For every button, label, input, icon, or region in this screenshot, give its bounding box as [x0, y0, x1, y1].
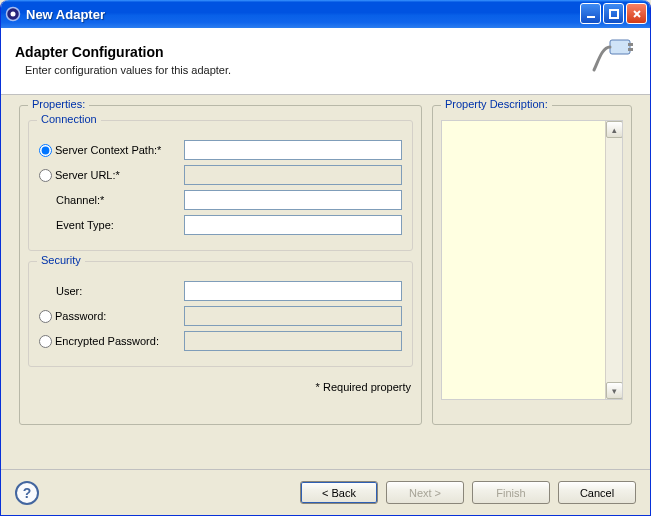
- connection-group: Connection Server Context Path:*: [28, 120, 413, 251]
- svg-rect-2: [587, 16, 595, 18]
- scrollbar[interactable]: ▴ ▾: [605, 121, 622, 399]
- event-type-input[interactable]: [184, 215, 402, 235]
- server-context-path-radio[interactable]: [39, 144, 52, 157]
- page-subtitle: Enter configuration values for this adap…: [25, 64, 231, 76]
- security-group: Security User: Password:: [28, 261, 413, 367]
- help-button[interactable]: ?: [15, 481, 39, 505]
- user-input[interactable]: [184, 281, 402, 301]
- event-type-label: Event Type:: [39, 219, 184, 231]
- maximize-button[interactable]: [603, 3, 624, 24]
- encrypted-password-input[interactable]: [184, 331, 402, 351]
- svg-rect-3: [610, 10, 618, 18]
- window-title: New Adapter: [26, 7, 105, 22]
- connection-legend: Connection: [37, 113, 101, 125]
- channel-input[interactable]: [184, 190, 402, 210]
- adapter-icon: [588, 36, 636, 84]
- titlebar: New Adapter: [1, 0, 650, 28]
- finish-button[interactable]: Finish: [472, 481, 550, 504]
- svg-rect-7: [628, 43, 633, 46]
- server-url-label[interactable]: Server URL:*: [39, 169, 184, 182]
- server-url-radio[interactable]: [39, 169, 52, 182]
- user-label: User:: [39, 285, 184, 297]
- password-label[interactable]: Password:: [39, 310, 184, 323]
- back-button[interactable]: < Back: [300, 481, 378, 504]
- next-button[interactable]: Next >: [386, 481, 464, 504]
- svg-rect-8: [628, 48, 633, 51]
- page-title: Adapter Configuration: [15, 44, 231, 60]
- password-radio[interactable]: [39, 310, 52, 323]
- server-context-path-label[interactable]: Server Context Path:*: [39, 144, 184, 157]
- password-input[interactable]: [184, 306, 402, 326]
- minimize-button[interactable]: [580, 3, 601, 24]
- property-description-area: ▴ ▾: [441, 120, 623, 400]
- encrypted-password-radio[interactable]: [39, 335, 52, 348]
- app-icon: [5, 6, 21, 22]
- properties-group: Properties: Connection Server Context Pa…: [19, 105, 422, 425]
- property-description-group: Property Description: ▴ ▾: [432, 105, 632, 425]
- property-description-legend: Property Description:: [441, 98, 552, 110]
- properties-legend: Properties:: [28, 98, 89, 110]
- server-url-input[interactable]: [184, 165, 402, 185]
- close-button[interactable]: [626, 3, 647, 24]
- encrypted-password-label[interactable]: Encrypted Password:: [39, 335, 184, 348]
- cancel-button[interactable]: Cancel: [558, 481, 636, 504]
- server-context-path-input[interactable]: [184, 140, 402, 160]
- svg-rect-6: [610, 40, 630, 54]
- scroll-down-button[interactable]: ▾: [606, 382, 623, 399]
- channel-label: Channel:*: [39, 194, 184, 206]
- wizard-footer: ? < Back Next > Finish Cancel: [1, 469, 650, 515]
- scroll-up-button[interactable]: ▴: [606, 121, 623, 138]
- security-legend: Security: [37, 254, 85, 266]
- wizard-header: Adapter Configuration Enter configuratio…: [1, 28, 650, 95]
- required-note: * Required property: [28, 377, 413, 395]
- svg-point-1: [11, 12, 16, 17]
